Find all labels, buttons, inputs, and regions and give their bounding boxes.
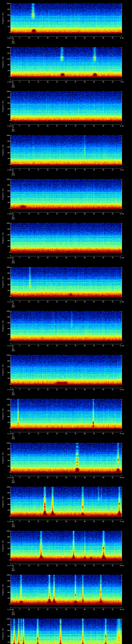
plot-top-tick (29, 531, 29, 531)
y-tick-mark (121, 59, 122, 59)
y-tick-label: 600 (2, 542, 10, 544)
x-tick-label: 55 (112, 301, 113, 303)
y-tick-mark (10, 53, 12, 54)
plot-top-tick (103, 223, 104, 224)
date-line: 17 (12, 259, 14, 260)
y-tick-label: 0 (2, 515, 10, 517)
y-tick-label: 400 (2, 636, 10, 637)
x-tick-label: 55 (112, 521, 113, 522)
y-tick-mark (121, 223, 122, 224)
x-tick-label: 30 (65, 257, 67, 259)
y-minor-tick (10, 200, 11, 200)
y-tick-mark (121, 619, 122, 619)
plot-top-tick (103, 135, 104, 136)
x-tick-label: 45 (93, 609, 95, 610)
x-tick-label: 10 (28, 609, 30, 610)
date-line: 2015 (12, 86, 15, 88)
y-tick-mark (121, 311, 122, 312)
x-start-time-label: 4:13:00 (8, 389, 14, 390)
y-axis-line-right (122, 47, 122, 77)
x-tick-label: 25 (56, 169, 58, 171)
y-tick-label: 0 (2, 76, 10, 77)
x-end-time-label: 11:00 (120, 257, 124, 259)
y-minor-tick (10, 150, 11, 150)
x-tick-label: 25 (56, 257, 58, 259)
plot-top-tick (38, 531, 38, 531)
y-axis-title: Frequency (Hz) (2, 488, 4, 516)
y-minor-tick (10, 94, 11, 95)
x-tick-label: 40 (84, 125, 86, 127)
x-tick-label: 5 (19, 609, 20, 610)
y-axis-line-right (122, 3, 122, 33)
y-tick-mark (121, 455, 122, 455)
plot-top-tick (29, 399, 29, 400)
y-tick-label: 600 (2, 630, 10, 632)
spectrogram-panel: Frequency (Hz)02004006008001000510152025… (0, 396, 132, 440)
y-tick-mark (10, 59, 12, 59)
y-tick-mark (121, 399, 122, 400)
x-start-time-label: 4:16:00 (8, 521, 14, 522)
x-start-time-label: 4:08:00 (8, 169, 14, 171)
x-tick-label: 55 (112, 81, 113, 83)
y-tick-label: 800 (2, 404, 10, 406)
date-line: 2015 (12, 526, 15, 528)
y-tick-mark (121, 285, 122, 285)
x-tick-label: 35 (74, 433, 76, 434)
x-tick-label: 45 (93, 301, 95, 303)
date-line: 17 (12, 610, 14, 612)
spectrogram-canvas (10, 399, 122, 429)
y-tick-mark (10, 76, 12, 77)
x-tick-label: 40 (84, 609, 86, 610)
y-minor-tick (10, 469, 11, 470)
x-tick-label: 20 (47, 389, 48, 390)
plot-top-tick (57, 619, 57, 619)
x-tick-label: 35 (74, 345, 76, 346)
y-tick-mark (10, 246, 12, 247)
plot-top-tick (48, 267, 48, 268)
y-axis-line-right (122, 619, 122, 644)
time-axis-end-tick (122, 474, 122, 476)
plot-top-tick (48, 575, 48, 575)
y-tick-mark (121, 141, 122, 142)
y-tick-label: 200 (2, 26, 10, 28)
y-tick-label: 800 (2, 624, 10, 626)
y-tick-mark (10, 141, 12, 142)
y-tick-label: 1000 (2, 47, 10, 48)
y-minor-tick (10, 370, 11, 370)
x-tick-label: 35 (74, 169, 76, 171)
x-tick-label: 45 (93, 37, 95, 39)
x-tick-label: 10 (28, 125, 30, 127)
page-root: { "app": { "background": "#000000", "tex… (0, 0, 132, 644)
y-tick-label: 600 (2, 58, 10, 60)
y-tick-mark (10, 120, 12, 121)
date-line: 2015 (12, 306, 15, 308)
x-tick-label: 5 (19, 565, 20, 566)
plot-top-tick (57, 575, 57, 575)
x-tick-label: 35 (74, 565, 76, 566)
y-tick-label: 600 (2, 146, 10, 148)
plot-top-tick (29, 91, 29, 92)
y-axis-title: Frequency (Hz) (2, 136, 4, 164)
y-tick-label: 1000 (2, 574, 10, 576)
y-tick-label: 800 (2, 52, 10, 54)
y-minor-tick (10, 206, 11, 206)
y-tick-label: 600 (2, 498, 10, 500)
spectrogram-canvas (10, 575, 122, 605)
x-tick-label: 45 (93, 477, 95, 478)
y-tick-mark (121, 487, 122, 487)
y-tick-mark (121, 92, 122, 92)
y-tick-mark (121, 147, 122, 147)
y-tick-label: 600 (2, 366, 10, 368)
y-tick-mark (121, 4, 122, 4)
x-tick-label: 35 (74, 213, 76, 215)
y-tick-label: 600 (2, 190, 10, 192)
x-tick-label: 45 (93, 125, 95, 127)
y-minor-tick (10, 56, 11, 56)
y-tick-label: 200 (2, 334, 10, 335)
y-tick-mark (10, 136, 12, 136)
x-tick-label: 45 (93, 521, 95, 522)
date-line: May (12, 128, 14, 130)
y-minor-tick (10, 30, 11, 30)
x-tick-label: 10 (28, 345, 30, 346)
y-tick-label: 600 (2, 322, 10, 324)
